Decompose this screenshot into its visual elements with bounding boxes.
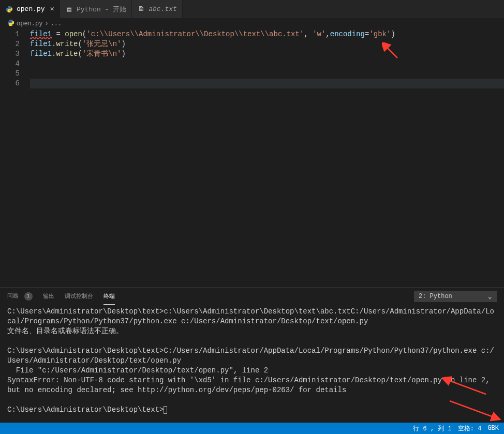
panel-tab-terminal[interactable]: 终端 xyxy=(103,288,115,305)
tab-open-py[interactable]: open.py × xyxy=(0,0,60,18)
panel: 问题 1 输出 调试控制台 终端 2: Python C:\Users\Admi… xyxy=(0,287,504,423)
line-number: 4 xyxy=(0,59,20,69)
status-line-col[interactable]: 行 6 , 列 1 xyxy=(413,424,451,433)
gutter: 123456 xyxy=(0,29,30,287)
code-line[interactable]: file1.write('宋青书\n') xyxy=(30,49,504,59)
line-number: 6 xyxy=(0,79,20,88)
panel-tab-output[interactable]: 输出 xyxy=(43,288,54,304)
tab-python-start[interactable]: ▤ Python - 开始 xyxy=(60,0,132,18)
close-icon[interactable]: × xyxy=(50,5,54,13)
panel-tabs: 问题 1 输出 调试控制台 终端 2: Python xyxy=(0,288,504,305)
code-line[interactable]: file1.write('张无忌\n') xyxy=(30,39,504,49)
terminal[interactable]: C:\Users\Administrator\Desktop\text>c:\U… xyxy=(0,305,504,423)
tab-label: abc.txt xyxy=(149,5,177,13)
problems-badge: 1 xyxy=(24,292,33,301)
status-encoding[interactable]: GBK xyxy=(487,425,499,432)
terminal-select[interactable]: 2: Python xyxy=(414,291,497,302)
code-line[interactable] xyxy=(30,59,504,69)
line-number: 5 xyxy=(0,69,20,79)
panel-tab-problems[interactable]: 问题 1 xyxy=(7,288,33,305)
tab-abc-txt[interactable]: 🗎 abc.txt xyxy=(132,0,183,18)
line-number: 2 xyxy=(0,39,20,49)
file-icon: 🗎 xyxy=(137,5,145,13)
breadcrumb-rest: ... xyxy=(51,20,62,27)
terminal-cursor xyxy=(164,406,167,414)
editor[interactable]: 123456 file1 = open('c:\\Users\\Administ… xyxy=(0,29,504,287)
status-bar: 行 6 , 列 1 空格: 4 GBK xyxy=(0,423,504,434)
python-icon xyxy=(5,5,13,13)
tab-bar: open.py × ▤ Python - 开始 🗎 abc.txt xyxy=(0,0,504,18)
panel-tab-debug[interactable]: 调试控制台 xyxy=(65,288,93,304)
tab-label: open.py xyxy=(17,5,45,13)
line-number: 1 xyxy=(0,29,20,39)
code-line[interactable] xyxy=(30,69,504,79)
code-area[interactable]: file1 = open('c:\\Users\\Administrator\\… xyxy=(30,29,504,287)
code-line[interactable] xyxy=(30,79,504,88)
status-spaces[interactable]: 空格: 4 xyxy=(458,424,482,433)
breadcrumb-sep: › xyxy=(45,20,48,27)
python-icon xyxy=(7,19,14,28)
line-number: 3 xyxy=(0,49,20,59)
breadcrumb[interactable]: open.py › ... xyxy=(0,18,504,29)
tab-label: Python - 开始 xyxy=(77,5,126,14)
code-line[interactable]: file1 = open('c:\\Users\\Administrator\\… xyxy=(30,29,504,39)
preview-icon: ▤ xyxy=(65,5,73,13)
breadcrumb-file: open.py xyxy=(17,20,42,27)
